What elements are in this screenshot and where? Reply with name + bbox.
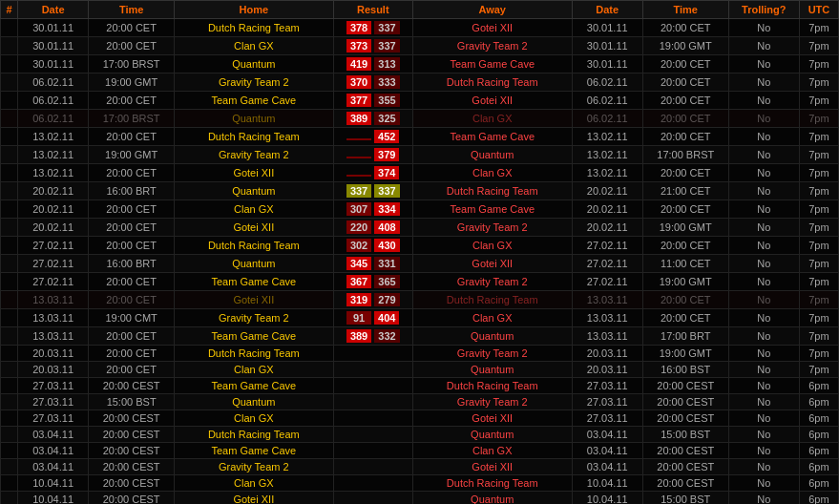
row-num [1,346,18,362]
result-cell: 373 337 [333,37,412,55]
trolling-val: No [728,346,799,362]
row-num [1,146,18,164]
away-team: Clan GX [412,110,572,128]
result-away-score: 404 [374,311,399,325]
utc-val: 7pm [799,346,838,362]
col-home: Home [174,1,333,19]
home-time: 20:00 CET [89,19,175,37]
home-team: Dutch Racing Team [174,128,333,146]
col-date-away: Date [572,1,642,19]
utc-val: 7pm [799,200,838,219]
away-date: 20.02.11 [572,219,642,237]
home-date: 13.02.11 [17,146,88,164]
away-time: 19:00 GMT [642,273,728,291]
trolling-val: No [728,19,799,37]
utc-val: 6pm [799,459,838,475]
home-team: Dutch Racing Team [174,427,333,443]
table-row: 20.03.11 20:00 CET Clan GX Quantum 20.03… [1,362,839,378]
home-date: 27.03.11 [17,394,88,410]
result-away-score: 379 [374,148,399,161]
home-team: Dutch Racing Team [174,19,333,37]
trolling-val: No [728,182,799,200]
row-num [1,182,18,200]
home-team: Clan GX [174,362,333,378]
result-home-score: 377 [346,94,371,107]
away-date: 20.02.11 [572,182,642,200]
home-team: Team Game Cave [174,327,333,346]
result-cell: 370 333 [333,74,412,92]
result-home-score [346,157,371,158]
utc-val: 7pm [799,182,838,200]
table-row: 27.02.11 20:00 CET Team Game Cave 367 36… [1,273,839,291]
result-cell [333,427,412,443]
result-cell: 419 313 [333,55,412,74]
away-time: 15:00 BST [642,427,728,443]
away-team: Clan GX [412,237,572,255]
home-team: Clan GX [174,475,333,492]
utc-val: 7pm [799,110,838,128]
table-row: 13.02.11 19:00 GMT Gravity Team 2 379 Qu… [1,146,839,164]
away-date: 20.03.11 [572,362,642,378]
away-time: 16:00 BST [642,362,728,378]
home-time: 17:00 BRST [89,110,175,128]
row-num [1,19,18,37]
utc-val: 7pm [799,74,838,92]
table-row: 27.02.11 16:00 BRT Quantum 345 331 Gotei… [1,255,839,273]
result-cell: 319 279 [333,291,412,309]
away-date: 30.01.11 [572,19,642,37]
result-away-score: 365 [374,275,399,288]
away-team: Gotei XII [412,92,572,110]
away-time: 15:00 BST [642,492,728,505]
result-home-score: 220 [346,220,371,234]
home-date: 13.02.11 [17,128,88,146]
row-num [1,475,18,492]
trolling-val: No [728,410,799,427]
home-team: Clan GX [174,200,333,219]
away-team: Gotei XII [412,410,572,427]
table-row: 06.02.11 19:00 GMT Gravity Team 2 370 33… [1,74,839,92]
utc-val: 7pm [799,327,838,346]
utc-val: 6pm [799,410,838,427]
table-row: 30.01.11 17:00 BRST Quantum 419 313 Team… [1,55,839,74]
utc-val: 6pm [799,427,838,443]
col-num: # [1,1,18,19]
result-cell [333,459,412,475]
away-team: Dutch Racing Team [412,378,572,394]
table-row: 30.01.11 20:00 CET Clan GX 373 337 Gravi… [1,37,839,55]
table-row: 20.02.11 16:00 BRT Quantum 337 337 Dutch… [1,182,839,200]
result-home-score: 319 [346,293,371,306]
home-team: Gotei XII [174,291,333,309]
utc-val: 7pm [799,164,838,182]
result-away-score: 279 [374,293,399,306]
home-time: 20:00 CET [89,92,175,110]
home-time: 20:00 CET [89,291,175,309]
home-time: 20:00 CET [89,219,175,237]
home-time: 19:00 CMT [89,309,175,327]
home-time: 16:00 BRT [89,182,175,200]
row-num [1,74,18,92]
away-time: 20:00 CET [642,110,728,128]
row-num [1,362,18,378]
col-time-away: Time [642,1,728,19]
away-date: 10.04.11 [572,475,642,492]
utc-val: 7pm [799,146,838,164]
away-date: 27.03.11 [572,378,642,394]
table-row: 27.02.11 20:00 CET Dutch Racing Team 302… [1,237,839,255]
away-team: Team Game Cave [412,128,572,146]
home-team: Dutch Racing Team [174,346,333,362]
away-team: Dutch Racing Team [412,291,572,309]
result-cell [333,410,412,427]
away-team: Clan GX [412,164,572,182]
home-team: Team Game Cave [174,92,333,110]
col-result: Result [333,1,412,19]
result-cell [333,346,412,362]
result-away-score: 332 [374,329,399,343]
utc-val: 7pm [799,37,838,55]
away-date: 27.02.11 [572,237,642,255]
home-date: 20.03.11 [17,362,88,378]
utc-val: 7pm [799,273,838,291]
utc-val: 7pm [799,291,838,309]
table-row: 03.04.11 20:00 CEST Team Game Cave Clan … [1,443,839,459]
table-row: 10.04.11 20:00 CEST Clan GX Dutch Racing… [1,475,839,492]
home-time: 20:00 CET [89,37,175,55]
